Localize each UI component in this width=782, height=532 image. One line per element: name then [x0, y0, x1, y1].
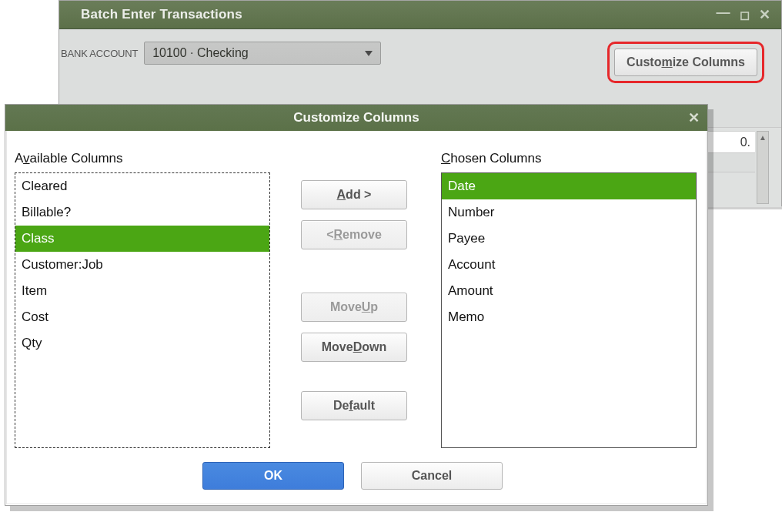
- chosen-list-item[interactable]: Account: [442, 252, 696, 278]
- movedown-label-accel: D: [353, 340, 363, 354]
- available-list-item[interactable]: Cost: [15, 304, 269, 330]
- dialog-middle-controls: Add > < Remove Move Up Move Down Default: [301, 151, 407, 448]
- dialog-titlebar: Customize Columns ✕: [5, 105, 707, 131]
- available-list-item[interactable]: Class: [15, 226, 269, 252]
- parent-window-controls: — ◻ ✕: [716, 6, 770, 23]
- bank-account-select[interactable]: 10100 · Checking: [144, 42, 381, 65]
- remove-label-post: emove: [343, 228, 382, 242]
- move-up-button[interactable]: Move Up: [301, 293, 407, 322]
- parent-window-titlebar: Batch Enter Transactions — ◻ ✕: [59, 1, 781, 29]
- grid-value-cell: 0.: [704, 131, 755, 152]
- chosen-list-item[interactable]: Amount: [442, 278, 696, 304]
- available-list-item[interactable]: Customer:Job: [15, 252, 269, 278]
- chevron-down-icon: [365, 51, 373, 56]
- close-icon[interactable]: ✕: [759, 6, 770, 23]
- movedown-label-post: own: [362, 340, 386, 354]
- default-button[interactable]: Default: [301, 391, 407, 420]
- customize-columns-button[interactable]: Customize Columns: [614, 49, 757, 76]
- dialog-columns-wrap: Available Columns ClearedBillable?ClassC…: [15, 151, 690, 448]
- available-heading-pre: A: [15, 151, 23, 166]
- available-list-item[interactable]: Cleared: [15, 173, 269, 199]
- moveup-label-accel: U: [362, 300, 371, 314]
- remove-label-pre: <: [326, 228, 333, 242]
- chosen-list-item[interactable]: Date: [442, 173, 696, 199]
- add-button[interactable]: Add >: [301, 180, 407, 209]
- customize-columns-label-accel: m: [661, 55, 672, 69]
- remove-button[interactable]: < Remove: [301, 220, 407, 249]
- movedown-label-pre: Move: [322, 340, 353, 354]
- move-down-button[interactable]: Move Down: [301, 333, 407, 362]
- chosen-columns-section: Chosen Columns DateNumberPayeeAccountAmo…: [441, 151, 697, 448]
- parent-window-body: BANK ACCOUNT 10100 · Checking Customize …: [59, 29, 781, 89]
- customize-columns-label-pre: Custo: [627, 55, 661, 69]
- remove-label-accel: R: [334, 228, 343, 242]
- chosen-columns-heading: Chosen Columns: [441, 151, 697, 166]
- customize-columns-dialog: Customize Columns ✕ Available Columns Cl…: [5, 104, 708, 506]
- parent-window-title: Batch Enter Transactions: [81, 7, 242, 22]
- default-label-pre: De: [333, 399, 349, 413]
- moveup-label-pre: Move: [330, 300, 362, 314]
- chosen-heading-accel: C: [441, 151, 450, 166]
- dialog-close-icon[interactable]: ✕: [688, 109, 700, 126]
- chosen-columns-listbox[interactable]: DateNumberPayeeAccountAmountMemo: [441, 172, 697, 448]
- chosen-list-item[interactable]: Number: [442, 199, 696, 226]
- available-list-item[interactable]: Item: [15, 278, 269, 304]
- chosen-heading-post: hosen Columns: [450, 151, 541, 166]
- default-label-post: ault: [353, 399, 375, 413]
- chosen-list-item[interactable]: Payee: [442, 226, 696, 252]
- bank-account-label: BANK ACCOUNT: [61, 42, 138, 65]
- available-columns-section: Available Columns ClearedBillable?ClassC…: [15, 151, 270, 448]
- moveup-label-post: p: [370, 300, 378, 314]
- maximize-icon[interactable]: ◻: [740, 8, 750, 22]
- add-label-accel: A: [337, 188, 346, 202]
- available-heading-post: ailable Columns: [30, 151, 123, 166]
- dialog-footer: OK Cancel: [15, 462, 690, 490]
- customize-columns-label-post: ize Columns: [673, 55, 745, 69]
- dialog-title: Customize Columns: [293, 110, 419, 125]
- minimize-icon[interactable]: —: [716, 5, 730, 21]
- grid-cell: [704, 152, 755, 172]
- bank-account-value: 10100 · Checking: [152, 46, 249, 60]
- dialog-body: Available Columns ClearedBillable?ClassC…: [5, 131, 707, 504]
- ok-button[interactable]: OK: [202, 462, 344, 490]
- chosen-list-item[interactable]: Memo: [442, 304, 696, 330]
- available-columns-listbox[interactable]: ClearedBillable?ClassCustomer:JobItemCos…: [15, 172, 270, 448]
- available-list-item[interactable]: Billable?: [15, 199, 269, 226]
- add-label-post: dd >: [346, 188, 371, 202]
- available-list-item[interactable]: Qty: [15, 330, 269, 356]
- scroll-up-arrow-icon[interactable]: ▲: [757, 132, 768, 142]
- available-columns-heading: Available Columns: [15, 151, 270, 166]
- cancel-button[interactable]: Cancel: [361, 462, 503, 490]
- available-heading-accel: v: [23, 151, 30, 166]
- customize-columns-highlight: Customize Columns: [607, 42, 764, 83]
- vertical-scrollbar[interactable]: ▲: [757, 131, 769, 204]
